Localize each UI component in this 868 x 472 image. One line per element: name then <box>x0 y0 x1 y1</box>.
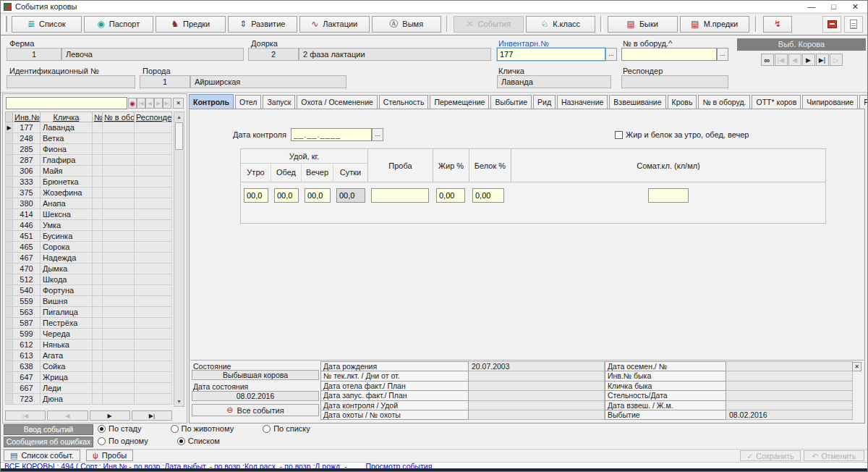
column-header[interactable]: Респондер <box>135 112 172 122</box>
tab-11[interactable]: Кровь <box>668 95 697 109</box>
tab-2[interactable]: Отел <box>235 95 261 109</box>
cow-row[interactable]: 512Шкода <box>6 274 172 285</box>
cow-row[interactable]: 599Череда <box>6 329 172 340</box>
tab-6[interactable]: Перемещение <box>430 95 489 109</box>
tab-10[interactable]: Взвешивание <box>609 95 665 109</box>
tab-7[interactable]: Выбытие <box>490 95 532 109</box>
cow-row[interactable]: 375Жозефина <box>6 187 172 198</box>
cow-grid-scrollbar[interactable]: ▲ ▼ <box>174 111 184 407</box>
column-header[interactable]: № в обо <box>103 112 135 122</box>
tab-12[interactable]: № в оборуд. <box>698 95 750 109</box>
cow-row[interactable]: 380Анапа <box>6 198 172 209</box>
column-header[interactable]: № <box>93 112 103 122</box>
cow-row[interactable]: 559Вишня <box>6 296 172 307</box>
tab-13[interactable]: ОТТ* коров <box>752 95 801 109</box>
toolbar-button-m-ancestors[interactable]: ▤М.предки <box>680 16 750 33</box>
sample-input[interactable] <box>371 188 429 203</box>
cancel-button[interactable]: ↶ Отменить <box>804 450 864 461</box>
control-date-picker-button[interactable]: ... <box>372 128 383 141</box>
cow-row[interactable]: 285Фиона <box>6 144 172 155</box>
cow-row[interactable]: 638Сойка <box>6 361 172 372</box>
cow-row[interactable]: ▶177Лаванда <box>6 122 172 133</box>
nav-next-icon[interactable]: ▶ <box>90 410 130 421</box>
close-list-button[interactable]: ✕ <box>173 98 184 109</box>
nav-last-icon[interactable]: ▶| <box>132 410 172 421</box>
toolbar-button-list[interactable]: ≣Список <box>12 16 82 33</box>
radio-option[interactable]: Списком <box>177 437 220 445</box>
all-events-button[interactable]: ⊖ Все события <box>192 404 319 416</box>
tab-8[interactable]: Рид <box>533 95 556 109</box>
toolbar-button-ancestors[interactable]: ♞Предки <box>156 16 226 33</box>
morning-input[interactable] <box>244 188 268 203</box>
cow-row[interactable]: 540Фортуна <box>6 285 172 296</box>
error-messages-button[interactable]: Сообщения об ошибках <box>4 437 93 447</box>
radio-option[interactable]: По животному <box>171 424 234 433</box>
cow-row[interactable]: 333Брюнетка <box>6 177 172 187</box>
scroll-thumb[interactable] <box>175 122 183 150</box>
tab-3[interactable]: Запуск <box>263 95 295 109</box>
cow-row[interactable]: 446Умка <box>6 220 172 231</box>
control-date-input[interactable] <box>291 128 372 141</box>
enter-events-button[interactable]: Ввод событий <box>4 424 93 435</box>
filter-icon[interactable]: ◉ <box>128 98 137 109</box>
fat-input[interactable] <box>436 188 465 203</box>
summary-close-button[interactable]: ✕ <box>852 362 861 371</box>
inventory-lookup-button[interactable]: ... <box>605 48 617 61</box>
scroll-up-icon[interactable]: ▲ <box>176 112 182 122</box>
tab-9[interactable]: Назначение <box>557 95 608 109</box>
cow-row[interactable]: 723Дюна <box>6 394 172 405</box>
close-button[interactable]: ✕ <box>852 1 859 12</box>
toolbar-button-passport[interactable]: ◉Паспорт <box>84 16 154 33</box>
minimize-button[interactable]: — <box>807 1 815 12</box>
radio-option[interactable]: По списку <box>263 424 310 433</box>
tab-4[interactable]: Охота / Осеменение <box>297 95 378 109</box>
cow-row[interactable]: 467Надежда <box>6 253 172 264</box>
cow-row[interactable]: 306Майя <box>6 166 172 177</box>
protein-input[interactable] <box>472 188 504 203</box>
toolbar-button-k-class[interactable]: ♘К.класс <box>526 16 596 33</box>
tab-15[interactable]: Регистрация <box>859 95 868 109</box>
nav-next-icon[interactable]: ▶ <box>802 54 815 66</box>
evening-input[interactable] <box>305 188 331 203</box>
radio-option[interactable]: По одному <box>98 437 148 445</box>
find-cow-icon[interactable]: ∞ <box>761 54 774 66</box>
equipment-lookup-button[interactable]: ... <box>717 48 728 61</box>
tab-14[interactable]: Чипирование <box>802 95 858 109</box>
cow-row[interactable]: 647Жрица <box>6 372 172 383</box>
toolbar-button-events[interactable]: ✕События <box>454 16 524 33</box>
column-header[interactable]: Кличка <box>41 112 93 122</box>
cow-search-input[interactable] <box>6 97 127 109</box>
toolbar-grip[interactable] <box>4 16 7 32</box>
toolbar-button-development[interactable]: ⇕Развитие <box>228 16 298 33</box>
radio-option[interactable]: По стаду <box>98 424 142 433</box>
checkbox-icon[interactable] <box>615 131 623 139</box>
samples-button[interactable]: ψ Пробы <box>86 450 133 461</box>
scroll-down-icon[interactable]: ▼ <box>176 397 182 406</box>
document-button[interactable] <box>844 16 863 33</box>
cow-row[interactable]: 465Сорока <box>6 242 172 253</box>
exit-button[interactable]: ↯ <box>763 16 792 33</box>
cow-row[interactable]: 470Дымка <box>6 264 172 274</box>
events-list-button[interactable]: ▤ Список событ. <box>4 450 80 461</box>
column-header[interactable]: Инв.№ <box>13 112 41 122</box>
nav-last-icon[interactable]: ▶| <box>816 54 829 66</box>
toolbar-button-bulls[interactable]: ▤Быки <box>608 16 678 33</box>
cow-row[interactable]: 612Нянька <box>6 340 172 350</box>
cow-row[interactable]: 414Шексна <box>6 209 172 220</box>
archive-button[interactable] <box>822 16 841 33</box>
tab-5[interactable]: Стельность <box>379 95 429 109</box>
somatic-input[interactable] <box>648 188 689 203</box>
cow-row[interactable]: 613Агата <box>6 350 172 361</box>
inventory-no-input[interactable] <box>497 48 605 61</box>
cow-row[interactable]: 248Ветка <box>6 133 172 144</box>
cow-row[interactable]: 451Бусинка <box>6 231 172 242</box>
equipment-no-input[interactable] <box>621 48 717 61</box>
fat-protein-option[interactable]: Жир и белок за утро, обед, вечер <box>615 130 749 139</box>
save-button[interactable]: ✓ Сохранить <box>740 450 801 461</box>
cow-row[interactable]: 587Пестрёха <box>6 318 172 329</box>
cow-row[interactable]: 287Глафира <box>6 155 172 166</box>
tab-1[interactable]: Контроль <box>189 94 234 109</box>
noon-input[interactable] <box>274 188 299 203</box>
toolbar-button-lactations[interactable]: ∿Лактации <box>299 16 370 33</box>
maximize-button[interactable]: □ <box>831 1 836 12</box>
